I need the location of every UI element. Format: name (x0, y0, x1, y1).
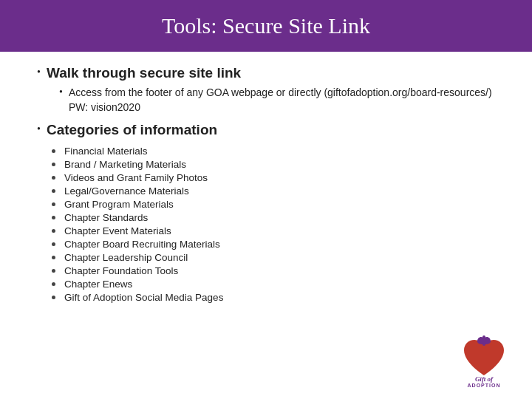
categories-section: • Categories of information Financial Ma… (22, 122, 510, 305)
list-item-dot (52, 149, 55, 153)
list-item-text: Grant Program Materials (64, 199, 174, 210)
svg-text:ADOPTION: ADOPTION (468, 383, 501, 388)
svg-text:Gift of: Gift of (475, 375, 494, 383)
list-item-text: Legal/Governance Materials (64, 185, 189, 197)
list-item-dot (52, 282, 55, 286)
list-item: Chapter Event Materials (22, 225, 510, 236)
categories-label: Categories of information (47, 122, 217, 138)
list-item: Videos and Grant Family Photos (22, 172, 510, 183)
walk-through-sub: • Access from the footer of any GOA webp… (22, 86, 510, 115)
categories-bullet-icon: • (37, 123, 41, 135)
list-item-dot (52, 296, 55, 299)
list-item-text: Chapter Standards (64, 212, 148, 223)
slide-title: Tools: Secure Site Link (30, 13, 502, 38)
list-item: Chapter Standards (22, 212, 510, 223)
sub-bullet-icon: • (59, 86, 63, 98)
slide-content: • Walk through secure site link • Access… (0, 52, 532, 399)
list-item: Chapter Board Recruiting Materials (22, 239, 510, 250)
list-item: Gift of Adoption Social Media Pages (22, 292, 510, 303)
list-item-text: Brand / Marketing Materials (64, 159, 186, 170)
list-item-text: Chapter Board Recruiting Materials (64, 239, 220, 250)
list-item-dot (52, 256, 55, 259)
walk-through-item: • Walk through secure site link (22, 65, 510, 84)
list-item: Brand / Marketing Materials (22, 159, 510, 170)
list-item-text: Chapter Enews (64, 279, 132, 290)
list-item: Chapter Enews (22, 279, 510, 290)
walk-through-sub-text: Access from the footer of any GOA webpag… (69, 86, 510, 115)
list-item: Chapter Leadership Council (22, 252, 510, 263)
list-item-text: Financial Materials (64, 146, 148, 157)
list-item-dot (52, 216, 55, 219)
list-item-text: Videos and Grant Family Photos (64, 172, 208, 183)
list-item-dot (52, 242, 55, 246)
list-item: Financial Materials (22, 146, 510, 157)
list-item: Legal/Governance Materials (22, 185, 510, 197)
categories-list: Financial MaterialsBrand / Marketing Mat… (22, 146, 510, 305)
list-item-dot (52, 176, 55, 180)
logo-container: Gift of ADOPTION (451, 330, 517, 389)
svg-rect-0 (482, 335, 485, 346)
list-item-text: Chapter Foundation Tools (64, 265, 178, 276)
bullet-icon: • (37, 66, 41, 78)
list-item-dot (52, 229, 55, 233)
list-item-dot (52, 269, 55, 273)
list-item: Grant Program Materials (22, 199, 510, 210)
categories-header-item: • Categories of information (22, 122, 510, 141)
list-item-text: Gift of Adoption Social Media Pages (64, 292, 223, 303)
list-item: Chapter Foundation Tools (22, 265, 510, 276)
list-item-text: Chapter Leadership Council (64, 252, 188, 263)
list-item-dot (52, 189, 55, 193)
slide-header: Tools: Secure Site Link (0, 0, 532, 52)
list-item-text: Chapter Event Materials (64, 225, 171, 236)
slide: Tools: Secure Site Link • Walk through s… (0, 0, 532, 399)
gift-of-adoption-logo: Gift of ADOPTION (451, 330, 517, 389)
walk-through-label: Walk through secure site link (47, 65, 241, 81)
list-item-dot (52, 202, 55, 206)
list-item-dot (52, 163, 55, 166)
logo-svg: Gift of ADOPTION (451, 330, 517, 389)
